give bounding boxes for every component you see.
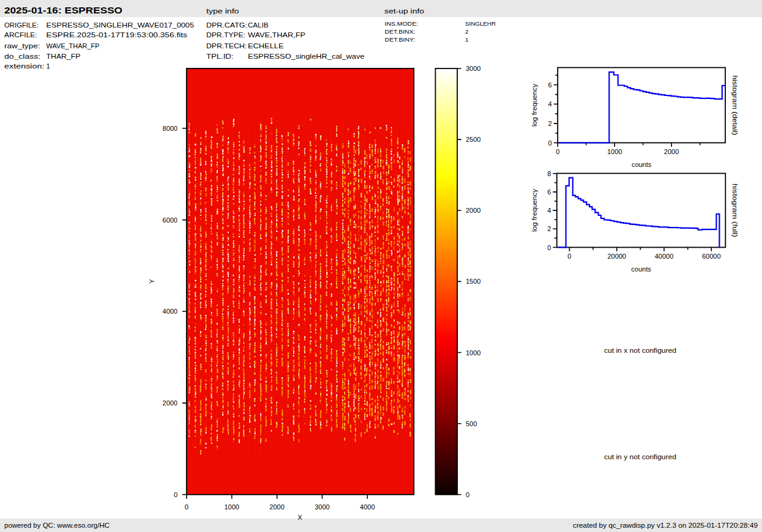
- svg-text:ESPRESSO_singleHR_cal_wave: ESPRESSO_singleHR_cal_wave: [248, 53, 365, 60]
- svg-text:THAR_FP: THAR_FP: [47, 53, 81, 60]
- svg-text:2: 2: [465, 28, 468, 35]
- svg-text:2000: 2000: [269, 503, 284, 511]
- svg-text:6: 6: [547, 188, 551, 196]
- svg-text:0: 0: [174, 491, 177, 498]
- svg-text:4000: 4000: [360, 503, 375, 511]
- svg-text:powered by QC: www.eso.org/HC: powered by QC: www.eso.org/HC: [4, 522, 110, 529]
- svg-text:DPR.TECH:: DPR.TECH:: [206, 42, 247, 50]
- svg-text:3000: 3000: [466, 65, 480, 72]
- svg-text:0: 0: [567, 253, 571, 260]
- svg-text:TPL.ID:: TPL.ID:: [206, 53, 234, 60]
- svg-text:0: 0: [466, 491, 469, 498]
- svg-text:histogram (detail): histogram (detail): [731, 75, 739, 135]
- svg-text:8: 8: [547, 170, 551, 177]
- svg-text:counts: counts: [632, 161, 652, 168]
- svg-text:Y: Y: [148, 279, 155, 284]
- svg-text:counts: counts: [631, 265, 651, 273]
- svg-text:500: 500: [466, 420, 477, 427]
- svg-text:INS.MODE:: INS.MODE:: [385, 20, 419, 27]
- svg-text:6000: 6000: [163, 216, 177, 224]
- svg-text:2: 2: [547, 225, 551, 232]
- svg-text:4000: 4000: [163, 308, 177, 315]
- svg-text:4: 4: [547, 207, 551, 214]
- svg-text:cut in x not configured: cut in x not configured: [604, 347, 676, 354]
- svg-text:20000: 20000: [607, 253, 626, 260]
- svg-text:3000: 3000: [315, 503, 329, 511]
- svg-text:1: 1: [465, 36, 468, 43]
- svg-text:set-up info: set-up info: [384, 7, 424, 15]
- svg-text:8000: 8000: [163, 125, 177, 132]
- svg-text:do_class:: do_class:: [4, 53, 40, 60]
- svg-text:0: 0: [556, 148, 559, 155]
- svg-text:ORIGFILE:: ORIGFILE:: [4, 21, 39, 29]
- svg-text:ECHELLE: ECHELLE: [248, 42, 284, 50]
- svg-text:log frequency: log frequency: [531, 188, 538, 232]
- svg-text:1000: 1000: [224, 503, 239, 511]
- svg-text:0: 0: [185, 503, 189, 511]
- svg-text:1000: 1000: [466, 349, 480, 357]
- svg-text:2000: 2000: [466, 207, 480, 214]
- svg-text:X: X: [297, 514, 302, 521]
- svg-text:SINGLEHR: SINGLEHR: [465, 20, 496, 27]
- svg-text:created by qc_rawdisp.py v1.2.: created by qc_rawdisp.py v1.2.3 on 2025-…: [573, 522, 758, 529]
- svg-text:ARCFILE:: ARCFILE:: [4, 31, 37, 39]
- svg-text:WAVE,THAR,FP: WAVE,THAR,FP: [248, 31, 305, 39]
- svg-text:40000: 40000: [655, 253, 674, 260]
- svg-text:2000: 2000: [163, 399, 177, 407]
- svg-text:CALIB: CALIB: [248, 21, 269, 29]
- svg-text:60000: 60000: [702, 253, 721, 260]
- svg-text:0: 0: [547, 244, 551, 251]
- svg-text:1000: 1000: [607, 148, 622, 155]
- svg-text:type info: type info: [206, 7, 239, 15]
- svg-text:raw_type:: raw_type:: [4, 42, 40, 50]
- svg-text:ESPRE.2025-01-17T19:53:00.356.: ESPRE.2025-01-17T19:53:00.356.fits: [47, 31, 188, 39]
- svg-text:histogram (full): histogram (full): [731, 183, 739, 237]
- svg-text:2000: 2000: [664, 148, 679, 155]
- svg-text:WAVE_THAR_FP: WAVE_THAR_FP: [47, 42, 100, 50]
- svg-text:DPR.TYPE:: DPR.TYPE:: [206, 31, 245, 39]
- svg-text:cut in y not configured: cut in y not configured: [604, 453, 676, 460]
- svg-text:log frequency: log frequency: [531, 83, 538, 127]
- svg-text:DET.BINY:: DET.BINY:: [385, 36, 416, 43]
- svg-text:2025-01-16: ESPRESSO: 2025-01-16: ESPRESSO: [4, 5, 122, 15]
- svg-text:DET.BINX:: DET.BINX:: [385, 28, 416, 35]
- svg-text:2500: 2500: [466, 136, 480, 143]
- svg-text:1500: 1500: [466, 278, 480, 285]
- svg-text:DPR.CATG:: DPR.CATG:: [206, 21, 247, 29]
- svg-text:6: 6: [548, 81, 552, 89]
- svg-text:2: 2: [548, 120, 552, 127]
- svg-text:ESPRESSO_SINGLEHR_WAVE017_0005: ESPRESSO_SINGLEHR_WAVE017_0005: [47, 21, 195, 29]
- svg-text:4: 4: [548, 100, 552, 108]
- svg-text:1: 1: [47, 62, 50, 70]
- svg-text:0: 0: [548, 139, 552, 147]
- svg-text:extension:: extension:: [4, 62, 45, 70]
